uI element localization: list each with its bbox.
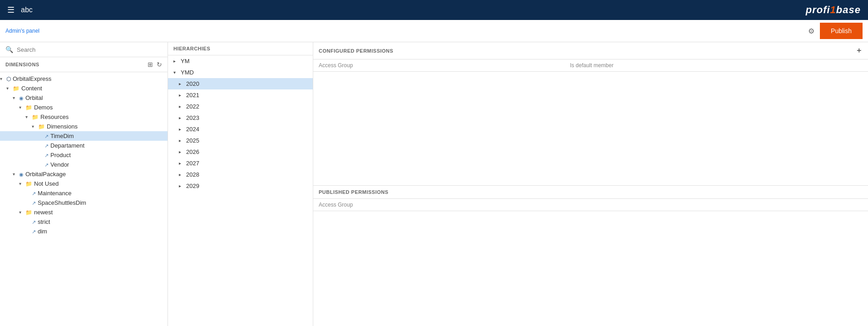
chevron-icon: ▾: [6, 86, 13, 91]
gear-icon[interactable]: ⚙: [808, 27, 814, 35]
hierarchy-item[interactable]: ▸ 2025: [168, 135, 313, 146]
published-permissions-table: Access Group: [313, 199, 868, 211]
configured-permissions-table: Access Group Is default member: [313, 59, 868, 72]
main-layout: 🔍 DIMENSIONS ⊞ ↻ ▾ ⬡ OrbitalExpress ▾ 📁 …: [0, 42, 868, 326]
tree-item-label: Resources: [40, 114, 69, 120]
admin-panel-link[interactable]: Admin's panel: [5, 28, 39, 34]
item-type-icon: 📁: [25, 181, 32, 187]
tree-item[interactable]: ↗ dim: [0, 227, 168, 236]
configured-permissions-title: CONFIGURED PERMISSIONS: [319, 48, 393, 54]
pub-col-access-group: Access Group: [313, 199, 868, 211]
search-input[interactable]: [17, 46, 162, 53]
hierarchy-item[interactable]: ▸ 2028: [168, 169, 313, 180]
dimensions-title: DIMENSIONS: [5, 62, 39, 67]
tree-item[interactable]: ↗ Product: [0, 150, 168, 160]
tree-item-label: Not Used: [34, 180, 59, 187]
hamburger-icon[interactable]: ☰: [7, 5, 15, 15]
tree-item-label: Orbital: [25, 94, 43, 101]
tree-item[interactable]: ↗ Departament: [0, 141, 168, 150]
chevron-icon: ▾: [32, 124, 38, 129]
item-type-icon: 📁: [25, 209, 32, 216]
refresh-icon[interactable]: ↻: [157, 61, 162, 68]
hierarchy-item[interactable]: ▸ 2026: [168, 146, 313, 158]
tree-item[interactable]: ▾ 📁 Demos: [0, 103, 168, 112]
search-icon: 🔍: [5, 46, 13, 53]
item-type-icon: ↗: [32, 200, 36, 206]
hierarchy-item-label: 2022: [186, 103, 199, 110]
left-panel: 🔍 DIMENSIONS ⊞ ↻ ▾ ⬡ OrbitalExpress ▾ 📁 …: [0, 42, 168, 326]
chevron-icon: ▸: [179, 172, 183, 177]
hierarchy-item-label: YM: [181, 58, 190, 64]
tree-item[interactable]: ▾ 📁 newest: [0, 207, 168, 217]
hierarchy-item-label: 2023: [186, 114, 199, 121]
tree-item[interactable]: ▾ 📁 Not Used: [0, 179, 168, 188]
top-bar: ☰ abc profi1base: [0, 0, 868, 20]
hierarchy-item[interactable]: ▸ 2029: [168, 180, 313, 192]
chevron-icon: ▸: [173, 59, 178, 64]
chevron-icon: ▸: [179, 161, 183, 166]
tree-item-label: SpaceShuttlesDim: [38, 199, 86, 206]
item-type-icon: 📁: [32, 114, 39, 120]
tree-item[interactable]: ▾ ⬡ OrbitalExpress: [0, 74, 168, 84]
dimensions-header: DIMENSIONS ⊞ ↻: [0, 57, 168, 72]
tree-item[interactable]: ↗ strict: [0, 217, 168, 227]
tree-item[interactable]: ↗ Vendor: [0, 160, 168, 169]
top-bar-left: ☰ abc: [7, 5, 33, 15]
hierarchy-item[interactable]: ▸ 2027: [168, 158, 313, 169]
chevron-icon: ▸: [179, 104, 183, 109]
hierarchy-item[interactable]: ▾ YMD: [168, 67, 313, 78]
chevron-icon: ▾: [19, 210, 25, 215]
middle-panel: HIERARCHIES ▸ YM ▾ YMD ▸ 2020 ▸ 2021 ▸ 2…: [168, 42, 313, 326]
item-type-icon: ↗: [32, 219, 36, 225]
item-type-icon: ◉: [19, 95, 24, 101]
hierarchy-item[interactable]: ▸ 2021: [168, 89, 313, 101]
item-type-icon: ↗: [32, 190, 36, 197]
tree-item-label: Demos: [34, 104, 53, 111]
tree-item[interactable]: ▾ 📁 Resources: [0, 112, 168, 122]
publish-button[interactable]: Publish: [820, 23, 863, 39]
chevron-icon: ▾: [19, 181, 25, 186]
chevron-icon: ▾: [13, 95, 19, 100]
tree-item[interactable]: ▾ ◉ Orbital: [0, 93, 168, 103]
chevron-icon: ▾: [0, 76, 6, 81]
item-type-icon: 📁: [13, 85, 20, 92]
hierarchy-item[interactable]: ▸ 2022: [168, 101, 313, 112]
item-type-icon: ⬡: [6, 76, 11, 82]
published-permissions-header: PUBLISHED PERMISSIONS: [313, 186, 868, 199]
hierarchy-item[interactable]: ▸ 2020: [168, 78, 313, 89]
chevron-icon: ▸: [179, 115, 183, 120]
published-permissions-title: PUBLISHED PERMISSIONS: [319, 189, 389, 195]
tree-item-label: Dimensions: [47, 123, 78, 130]
chevron-icon: ▾: [173, 70, 178, 75]
app-name: abc: [21, 6, 33, 14]
right-panel: CONFIGURED PERMISSIONS ＋ Access Group Is…: [313, 42, 868, 326]
tree-item[interactable]: ▾ 📁 Dimensions: [0, 122, 168, 131]
grid-icon[interactable]: ⊞: [148, 61, 153, 68]
tree-item[interactable]: ↗ SpaceShuttlesDim: [0, 198, 168, 207]
item-type-icon: 📁: [38, 123, 45, 130]
tree-item-label: newest: [34, 209, 53, 216]
hierarchy-item[interactable]: ▸ 2023: [168, 112, 313, 123]
hierarchy-item-label: 2029: [186, 183, 199, 189]
col-access-group: Access Group: [313, 59, 564, 72]
chevron-icon: ▾: [19, 105, 25, 110]
col-is-default-member: Is default member: [564, 59, 868, 72]
tree-item-label: Vendor: [50, 161, 69, 168]
tree-item[interactable]: ↗ TimeDim: [0, 131, 168, 141]
chevron-icon: ▾: [25, 114, 32, 119]
hierarchy-item-label: 2025: [186, 137, 199, 144]
published-permissions-panel: PUBLISHED PERMISSIONS Access Group: [313, 186, 868, 326]
tree-item-label: TimeDim: [50, 133, 74, 139]
hierarchy-item[interactable]: ▸ 2024: [168, 123, 313, 135]
tree-item[interactable]: ▾ 📁 Content: [0, 84, 168, 93]
item-type-icon: ↗: [44, 143, 49, 149]
chevron-icon: ▸: [179, 81, 183, 86]
tree-item[interactable]: ▾ ◉ OrbitalPackage: [0, 169, 168, 179]
tree-item[interactable]: ↗ Maintenance: [0, 188, 168, 198]
hierarchy-item-label: 2024: [186, 126, 199, 133]
search-bar: 🔍: [0, 42, 168, 57]
item-type-icon: ↗: [44, 133, 49, 139]
hierarchy-item[interactable]: ▸ YM: [168, 55, 313, 67]
add-permission-icon[interactable]: ＋: [855, 46, 863, 55]
hierarchy-item-label: 2028: [186, 171, 199, 178]
